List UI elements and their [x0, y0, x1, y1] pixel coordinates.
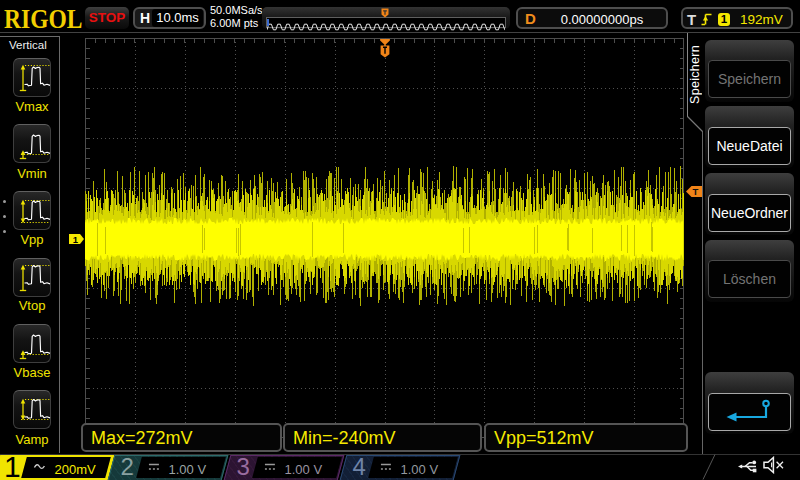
- svg-text:1: 1: [73, 234, 79, 244]
- svg-text:T: T: [693, 186, 699, 197]
